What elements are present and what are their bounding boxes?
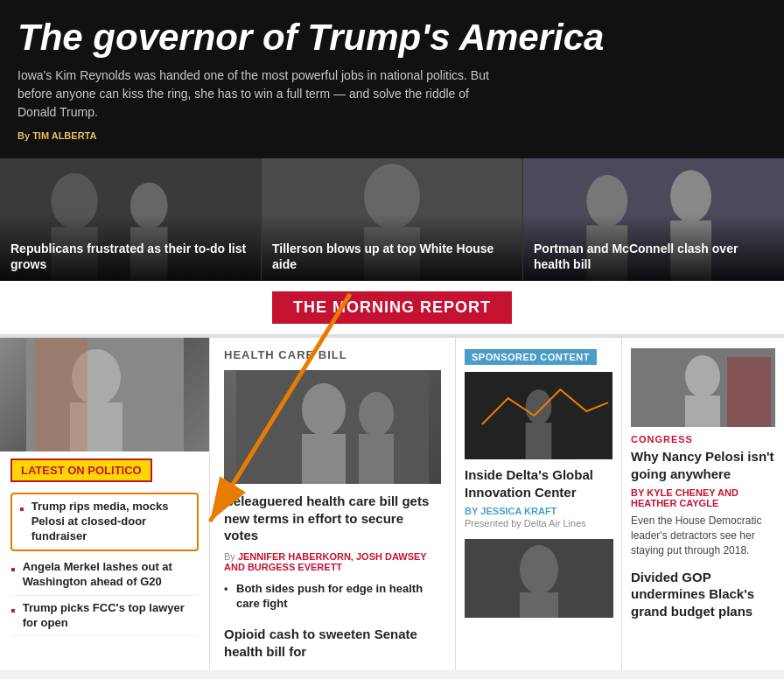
right-image <box>631 348 775 427</box>
center-image <box>224 370 441 484</box>
svg-rect-32 <box>727 357 771 427</box>
main-content: LATEST ON POLITICO ▪ Trump rips media, m… <box>0 335 784 670</box>
sidebar-left: LATEST ON POLITICO ▪ Trump rips media, m… <box>0 338 210 670</box>
svg-point-19 <box>302 383 346 436</box>
svg-rect-17 <box>35 338 88 452</box>
sponsored-image <box>465 372 612 459</box>
hero-byline: By TIM ALBERTA <box>18 130 766 141</box>
bullet-icon-2: ▪ <box>10 562 16 578</box>
byline-author: TIM ALBERTA <box>32 130 96 141</box>
sponsored-image-2 <box>465 539 612 618</box>
right-byline: By KYLE CHENEY and HEATHER CAYGLE <box>631 487 775 508</box>
featured-row: Republicans frustrated as their to-do li… <box>0 158 784 281</box>
sponsored-by-prefix: By <box>465 506 478 516</box>
sidebar-item-2[interactable]: ▪ Angela Merkel lashes out at Washington… <box>10 555 199 596</box>
featured-item-3[interactable]: Portman and McConnell clash over health … <box>522 158 784 281</box>
hero-title: The governor of Trump's America <box>18 18 766 58</box>
svg-rect-28 <box>520 592 558 618</box>
byline-prefix: By <box>18 130 30 141</box>
svg-point-24 <box>526 389 552 424</box>
svg-rect-22 <box>359 434 394 484</box>
sponsored-badge: SPONSORED CONTENT <box>465 349 597 365</box>
sidebar-items: ▪ Trump rips media, mocks Pelosi at clos… <box>0 493 209 636</box>
sidebar-item-3[interactable]: ▪ Trump picks FCC's top lawyer for open <box>10 596 199 637</box>
svg-rect-25 <box>526 423 552 459</box>
bullet-icon-3: ▪ <box>10 603 16 619</box>
sponsored-column: SPONSORED CONTENT Inside Delta's Global … <box>456 338 622 670</box>
right-byline-prefix: By <box>631 487 644 498</box>
center-byline: By JENNIFER HABERKORN, JOSH DAWSEY and B… <box>224 551 441 572</box>
bullet-item-1[interactable]: Both sides push for edge in health care … <box>224 579 441 614</box>
center-byline-authors: JENNIFER HABERKORN, JOSH DAWSEY and BURG… <box>224 551 426 572</box>
sidebar-item-text-3: Trump picks FCC's top lawyer for open <box>23 601 199 631</box>
featured-item-1[interactable]: Republicans frustrated as their to-do li… <box>0 158 261 281</box>
svg-point-21 <box>359 392 394 436</box>
sidebar-item-text-1: Trump rips media, mocks Pelosi at closed… <box>32 500 190 544</box>
latest-badge: LATEST ON POLITICO <box>10 458 152 482</box>
bullet-items-list: Both sides push for edge in health care … <box>224 579 441 614</box>
sidebar-image <box>0 338 209 452</box>
hero-subtitle: Iowa's Kim Reynolds was handed one of th… <box>18 66 508 122</box>
sponsored-by: By JESSICA KRAFT <box>465 506 612 516</box>
right-description: Even the House Democratic leader's detra… <box>631 514 775 557</box>
featured-text-2: Tillerson blows up at top White House ai… <box>272 241 512 272</box>
sponsored-title[interactable]: Inside Delta's Global Innovation Center <box>465 466 612 500</box>
right-byline-authors: KYLE CHENEY and HEATHER CAYGLE <box>631 487 738 508</box>
featured-text-1: Republicans frustrated as their to-do li… <box>10 241 250 272</box>
center-column: HEALTH CARE BILL Beleaguered health care… <box>210 338 456 670</box>
featured-overlay-3: Portman and McConnell clash over health … <box>523 214 784 281</box>
right-article-title-2[interactable]: Divided GOP undermines Black's grand bud… <box>631 569 775 620</box>
second-article-title[interactable]: Opioid cash to sweeten Senate health bil… <box>224 626 441 660</box>
featured-item-2[interactable]: Tillerson blows up at top White House ai… <box>261 158 522 281</box>
svg-point-30 <box>685 355 720 397</box>
right-article-title[interactable]: Why Nancy Pelosi isn't going anywhere <box>631 448 775 482</box>
congress-label: CONGRESS <box>631 434 775 444</box>
featured-overlay-2: Tillerson blows up at top White House ai… <box>262 214 522 281</box>
sidebar-item-1[interactable]: ▪ Trump rips media, mocks Pelosi at clos… <box>10 493 199 551</box>
morning-report-badge[interactable]: THE MORNING REPORT <box>272 291 512 324</box>
featured-text-3: Portman and McConnell clash over health … <box>534 241 774 272</box>
center-article-title[interactable]: Beleaguered health care bill gets new te… <box>224 493 441 544</box>
section-label: HEALTH CARE BILL <box>224 348 441 361</box>
right-column: CONGRESS Why Nancy Pelosi isn't going an… <box>622 338 784 670</box>
svg-point-27 <box>520 545 558 594</box>
sponsored-author: JESSICA KRAFT <box>480 506 556 516</box>
hero-section: The governor of Trump's America Iowa's K… <box>0 0 784 158</box>
svg-rect-20 <box>302 434 346 484</box>
morning-report-bar: THE MORNING REPORT <box>0 281 784 335</box>
sidebar-item-text-2: Angela Merkel lashes out at Washington a… <box>23 560 199 590</box>
sponsored-presented: Presented by Delta Air Lines <box>465 518 612 528</box>
svg-rect-31 <box>685 396 720 427</box>
featured-overlay-1: Republicans frustrated as their to-do li… <box>0 214 261 281</box>
bullet-icon-1: ▪ <box>19 501 24 517</box>
